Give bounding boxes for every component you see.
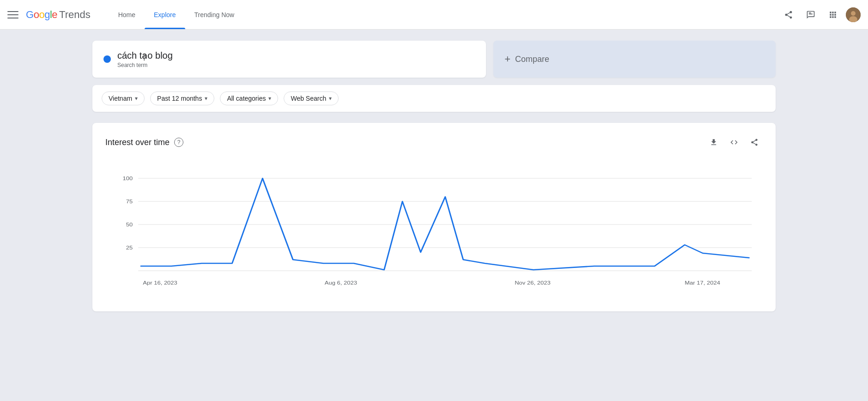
search-term-card: cách tạo blog Search term	[92, 41, 486, 78]
google-wordmark: Google	[26, 9, 57, 21]
avatar-icon	[846, 7, 861, 22]
filter-search-type[interactable]: Web Search ▾	[284, 91, 339, 105]
svg-text:Apr 16, 2023: Apr 16, 2023	[143, 280, 177, 286]
main-nav: Home Explore Trending Now	[109, 0, 243, 29]
svg-text:25: 25	[126, 245, 133, 251]
filter-row: Vietnam ▾ Past 12 months ▾ All categorie…	[92, 85, 776, 112]
svg-text:75: 75	[126, 199, 133, 205]
chevron-down-icon: ▾	[135, 95, 138, 102]
chart-line	[141, 178, 749, 270]
search-row: cách tạo blog Search term + Compare	[92, 41, 776, 78]
apps-button[interactable]	[824, 6, 842, 24]
filter-country-label: Vietnam	[109, 95, 132, 102]
svg-text:Mar 17, 2024: Mar 17, 2024	[685, 280, 720, 286]
svg-rect-1	[809, 12, 811, 13]
filter-timeframe-label: Past 12 months	[157, 95, 202, 102]
header: Google Trends Home Explore Trending Now	[0, 0, 868, 30]
compare-plus-icon: +	[504, 53, 510, 65]
chart-header: Interest over time ?	[105, 134, 763, 151]
search-term-text: cách tạo blog	[117, 50, 173, 61]
share-button[interactable]	[779, 6, 798, 24]
filter-category-label: All categories	[227, 95, 266, 102]
filter-category[interactable]: All categories ▾	[220, 91, 278, 105]
compare-label: Compare	[515, 55, 549, 64]
nav-trending-now[interactable]: Trending Now	[185, 0, 244, 29]
help-icon[interactable]: ?	[174, 138, 183, 147]
svg-text:50: 50	[126, 222, 133, 228]
filter-country[interactable]: Vietnam ▾	[102, 91, 145, 105]
filter-timeframe[interactable]: Past 12 months ▾	[150, 91, 214, 105]
logo: Google Trends	[26, 9, 91, 21]
share-chart-button[interactable]	[746, 134, 763, 151]
svg-rect-0	[809, 13, 813, 14]
svg-text:Aug 6, 2023: Aug 6, 2023	[325, 280, 358, 286]
trends-wordmark: Trends	[59, 9, 91, 21]
header-right	[779, 6, 861, 24]
filter-search-type-label: Web Search	[291, 95, 326, 102]
main-content: cách tạo blog Search term + Compare Viet…	[0, 30, 868, 322]
search-dot	[103, 55, 111, 63]
nav-explore[interactable]: Explore	[145, 0, 185, 29]
interest-chart: 100 75 50 25 Apr 16, 2023 Aug 6, 2023 No…	[105, 160, 763, 298]
avatar[interactable]	[846, 7, 861, 22]
chevron-down-icon: ▾	[329, 95, 332, 102]
chart-title-row: Interest over time ?	[105, 138, 183, 147]
svg-text:Nov 26, 2023: Nov 26, 2023	[515, 280, 551, 286]
apps-icon	[828, 10, 838, 19]
avatar-image	[846, 7, 861, 22]
share-chart-icon	[750, 138, 759, 146]
chevron-down-icon: ▾	[268, 95, 271, 102]
chevron-down-icon: ▾	[205, 95, 207, 102]
chart-title: Interest over time	[105, 138, 170, 147]
search-term-type: Search term	[117, 62, 173, 68]
embed-icon	[730, 138, 738, 146]
chart-actions	[705, 134, 763, 151]
feedback-icon	[806, 10, 815, 19]
svg-text:100: 100	[123, 176, 133, 182]
menu-button[interactable]	[7, 9, 18, 20]
svg-point-3	[851, 11, 856, 16]
compare-card[interactable]: + Compare	[493, 41, 776, 78]
download-icon	[710, 138, 718, 146]
header-left: Google Trends	[7, 9, 91, 21]
search-term-info: cách tạo blog Search term	[117, 50, 173, 68]
feedback-button[interactable]	[801, 6, 820, 24]
nav-home[interactable]: Home	[109, 0, 145, 29]
chart-container: 100 75 50 25 Apr 16, 2023 Aug 6, 2023 No…	[105, 160, 763, 300]
embed-button[interactable]	[726, 134, 742, 151]
download-button[interactable]	[705, 134, 722, 151]
chart-card: Interest over time ?	[92, 123, 776, 311]
share-icon	[784, 10, 793, 19]
